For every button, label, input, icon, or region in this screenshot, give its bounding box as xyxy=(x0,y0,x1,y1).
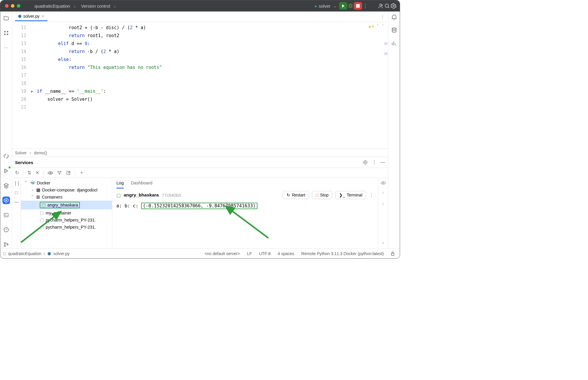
svg-point-19 xyxy=(382,182,384,184)
tab-filename: solver.py xyxy=(23,14,39,19)
hide-panel-icon[interactable]: — xyxy=(381,160,385,165)
code-editor[interactable]: 1112131415161718192021 ▶ root2 = (-b - d… xyxy=(12,22,388,148)
lock-icon[interactable] xyxy=(389,251,397,256)
minimize-window[interactable] xyxy=(11,4,14,8)
status-expand-icon[interactable]: □ xyxy=(3,251,6,256)
output-value: (-0.15232014258367066, -9.84767985741633… xyxy=(141,203,257,209)
tree-containers[interactable]: ˅ ⊞ Containers xyxy=(21,194,112,201)
restart-button[interactable]: ↻Restart xyxy=(283,191,309,199)
show-icon[interactable] xyxy=(48,171,53,175)
vcs-dropdown[interactable]: Version control xyxy=(79,2,119,10)
detail-tabs: Log Dashboard xyxy=(112,178,378,189)
project-dropdown[interactable]: quadraticEquation xyxy=(32,2,79,10)
python-console-icon[interactable] xyxy=(2,152,10,160)
code-area[interactable]: root2 = (-b - disc) / (2 * a) return roo… xyxy=(36,22,162,148)
search-icon[interactable] xyxy=(384,3,390,9)
terminal-button[interactable]: ❯_Terminal xyxy=(335,191,366,199)
status-file[interactable]: solver.py xyxy=(53,251,70,256)
tab-dashboard[interactable]: Dashboard xyxy=(131,180,152,189)
container-name: angry_bhaskara xyxy=(47,203,78,207)
run-tool-icon[interactable] xyxy=(2,167,10,175)
tab-log[interactable]: Log xyxy=(116,180,124,189)
next-highlight-icon[interactable]: ˅ xyxy=(382,24,384,28)
tree-container-item[interactable]: ▢ pycharm_helpers_PY-231. xyxy=(21,224,112,231)
problems-tool-icon[interactable] xyxy=(2,226,10,234)
gutter-icons: ▶ xyxy=(29,22,36,148)
status-server[interactable]: <no default server> xyxy=(202,251,242,256)
svg-rect-10 xyxy=(4,213,8,217)
tree-container-item[interactable]: ▢ pycharm_helpers_PY-231. xyxy=(21,217,112,224)
tree-container-item[interactable]: ▢ my_container xyxy=(21,209,112,217)
layers-tool-icon[interactable] xyxy=(2,182,10,189)
error-stripe[interactable] xyxy=(385,22,388,148)
status-project[interactable]: quadraticEquation xyxy=(8,251,41,256)
view-icon[interactable] xyxy=(381,181,386,185)
filter-icon[interactable] xyxy=(57,171,62,175)
terminal-tool-icon[interactable] xyxy=(2,211,10,219)
file-tab[interactable]: ⬢ solver.py ✕ xyxy=(15,12,47,21)
svg-point-4 xyxy=(393,5,394,7)
svg-point-9 xyxy=(6,200,6,201)
editor-inspections[interactable]: ▲4 ˄ ˅ xyxy=(369,24,384,28)
more-actions-icon[interactable]: ⋮ xyxy=(362,3,369,9)
debug-button[interactable] xyxy=(347,3,354,9)
services-title: Services xyxy=(15,160,33,165)
project-name: quadraticEquation xyxy=(34,4,70,9)
stop-button[interactable] xyxy=(354,2,362,10)
tabs-more-icon[interactable]: ⋮ xyxy=(380,14,385,19)
pause-icon[interactable]: ❘❘ xyxy=(14,180,19,186)
svg-point-3 xyxy=(385,4,389,7)
python-file-icon: ⬢ xyxy=(18,14,22,19)
warning-indicator[interactable]: ▲4 xyxy=(369,24,374,28)
svg-rect-8 xyxy=(7,34,8,35)
expand-right-icon[interactable]: › xyxy=(382,240,384,245)
open-icon[interactable] xyxy=(66,171,71,175)
refresh-icon[interactable]: ↻ xyxy=(15,170,19,176)
tree-compose-label: Docker-compose: djangodocl xyxy=(42,188,98,192)
breadcrumb-class[interactable]: Solver xyxy=(15,151,27,155)
docker-tree[interactable]: ˅ 🐳 Docker › ▦ Docker-compose: djangodoc… xyxy=(21,178,112,248)
add-icon[interactable]: ＋ xyxy=(79,170,84,176)
run-config-dropdown[interactable]: ● solver xyxy=(312,2,339,10)
project-tool-icon[interactable] xyxy=(2,14,10,22)
zoom-window[interactable] xyxy=(17,4,20,8)
code-with-me-icon[interactable] xyxy=(377,3,384,9)
stop-container-button[interactable]: □Stop xyxy=(312,191,332,199)
run-button[interactable] xyxy=(339,2,347,10)
status-line-ending[interactable]: LF xyxy=(245,251,254,256)
expand-collapse-icon[interactable]: ⇅ xyxy=(27,170,31,176)
scroll-down-icon[interactable]: ↓ xyxy=(382,201,384,206)
structure-tool-icon[interactable] xyxy=(2,29,10,37)
close-tab-icon[interactable]: ✕ xyxy=(41,14,44,19)
services-tool-icon[interactable] xyxy=(2,196,10,204)
more-tools-icon[interactable]: ··· xyxy=(2,44,10,52)
tree-container-item[interactable]: ▢ angry_bhaskara xyxy=(21,201,112,209)
prev-highlight-icon[interactable]: ˄ xyxy=(377,24,379,28)
tree-compose[interactable]: › ▦ Docker-compose: djangodocl xyxy=(21,186,112,194)
tree-docker-root[interactable]: ˅ 🐳 Docker xyxy=(21,179,112,186)
target-icon[interactable] xyxy=(363,160,368,165)
status-interpreter[interactable]: Remote Python 3.11.3 Docker (python:late… xyxy=(299,251,386,256)
detail-more-icon[interactable]: ⋮ xyxy=(369,192,374,198)
remove-icon[interactable]: ✕ xyxy=(35,170,39,176)
container-name: my_container xyxy=(46,211,71,215)
close-window[interactable] xyxy=(5,4,9,8)
svg-point-15 xyxy=(364,161,367,164)
minus-icon[interactable]: — xyxy=(14,199,19,205)
settings-icon[interactable] xyxy=(390,3,397,9)
scroll-up-icon[interactable]: ↑ xyxy=(382,190,384,196)
database-icon[interactable] xyxy=(391,27,397,33)
analytics-icon[interactable] xyxy=(391,40,397,46)
status-encoding[interactable]: UTF-8 xyxy=(257,251,273,256)
breadcrumb-method[interactable]: demo() xyxy=(34,151,47,155)
breadcrumbs[interactable]: Solver › demo() xyxy=(12,148,388,157)
services-more-icon[interactable]: ⋮ xyxy=(372,160,376,165)
git-tool-icon[interactable] xyxy=(2,241,10,248)
status-indent[interactable]: 4 spaces xyxy=(275,251,297,256)
stop-square-icon[interactable]: □ xyxy=(15,190,18,195)
log-output[interactable]: a: b: c: (-0.15232014258367066, -9.84767… xyxy=(112,201,378,210)
container-name: pycharm_helpers_PY-231. xyxy=(46,218,96,222)
container-running-icon: ▢ xyxy=(42,203,46,207)
notifications-icon[interactable] xyxy=(391,14,397,20)
tree-containers-label: Containers xyxy=(42,195,62,199)
